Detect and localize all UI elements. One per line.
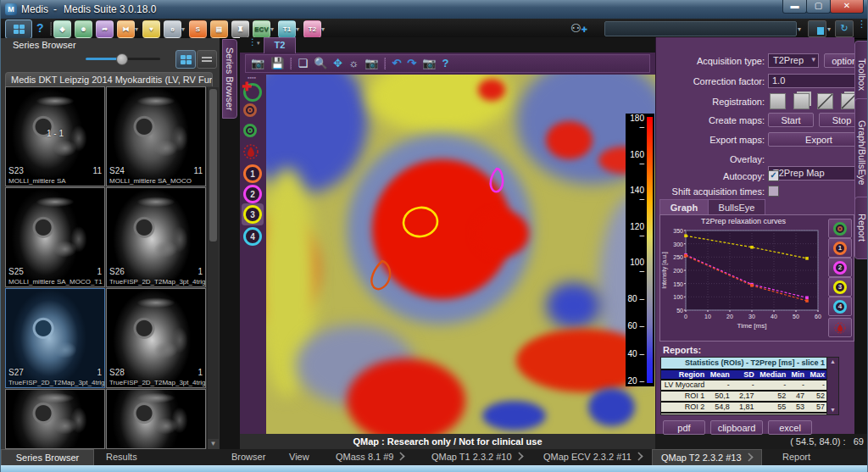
series-browser-bottom-tab[interactable]: Series Browser bbox=[1, 449, 94, 465]
scroll-up-icon[interactable]: ▲ bbox=[827, 358, 838, 366]
slider-thumb[interactable] bbox=[116, 53, 128, 65]
chart-blood-pool-button[interactable] bbox=[828, 318, 852, 337]
autocopy-checkbox[interactable]: ✓ bbox=[768, 170, 779, 181]
camera-icon[interactable]: 📷 bbox=[364, 56, 378, 71]
layout-toggle-button[interactable] bbox=[5, 19, 32, 39]
blood-pool-button[interactable] bbox=[243, 144, 259, 161]
layers-icon[interactable]: ❏ bbox=[298, 56, 308, 71]
session-dropdown-icon[interactable]: ▾ bbox=[798, 25, 801, 33]
roi-2-contour[interactable] bbox=[491, 169, 503, 192]
thumbnail-s27-selected[interactable]: S27 1 TrueFISP_2D_T2Map_3pt_4trig_pulse_… bbox=[5, 288, 105, 388]
snapshot-icon[interactable]: 📷 bbox=[422, 56, 436, 71]
app-launcher-qmap-t2-icon[interactable]: T2 bbox=[303, 20, 321, 38]
add-roi-button[interactable]: ✚ bbox=[243, 83, 262, 102]
detach-icon[interactable] bbox=[515, 452, 523, 460]
thumbnail-s28[interactable]: S28 1 TrueFISP_2D_T2Map_3pt_4trig_pulse_… bbox=[106, 288, 206, 388]
app-launcher-qstrain-icon[interactable]: S bbox=[189, 20, 207, 38]
graph-tab[interactable]: Graph bbox=[659, 199, 709, 215]
roi-2-button[interactable]: 2 bbox=[243, 185, 262, 203]
table-scrollbar[interactable]: ▲ ▼ bbox=[826, 357, 839, 415]
grid-view-button[interactable] bbox=[175, 50, 196, 69]
user-session-icon[interactable]: ⚇✚ bbox=[570, 21, 587, 35]
roi-1-button[interactable]: 1 bbox=[243, 164, 262, 183]
roi-3-contour[interactable] bbox=[402, 205, 439, 238]
stat-row[interactable]: ROI 150,12,17524752 bbox=[661, 391, 827, 402]
pdf-button[interactable]: pdf bbox=[663, 420, 705, 435]
report-tab[interactable]: Report bbox=[774, 449, 819, 465]
clipboard-button[interactable]: clipboard bbox=[710, 420, 763, 435]
t2-dropdown-icon[interactable]: ▾ bbox=[321, 25, 325, 33]
qmass-tab[interactable]: QMass 8.1 #9 bbox=[327, 449, 413, 465]
thumbnail-s26[interactable]: S26 1 TrueFISP_2D_T2Map_3pt_4trig_pulse bbox=[106, 187, 206, 287]
app-launcher-joystick-icon[interactable]: ♜ bbox=[231, 20, 249, 38]
layout-window-button[interactable] bbox=[808, 20, 826, 37]
pan-icon[interactable]: ✥ bbox=[333, 56, 342, 71]
list-view-button[interactable] bbox=[197, 50, 217, 69]
session-combobox[interactable] bbox=[604, 21, 797, 36]
thumbnail-partial-right[interactable] bbox=[106, 389, 206, 449]
redo-icon[interactable]: ↷ bbox=[407, 56, 416, 71]
app-launcher-medis-viewer-icon[interactable]: ◈ bbox=[53, 20, 71, 38]
registration-rigid-button[interactable] bbox=[817, 93, 833, 109]
graph-bullseye-vertical-tab[interactable]: Graph/BullsEye bbox=[854, 98, 868, 207]
app-launcher-export-icon[interactable]: ➦ bbox=[96, 20, 114, 38]
thumbnail-partial-left[interactable] bbox=[5, 389, 105, 449]
t2-map-image[interactable]: 180 –160 –140 –120 –100 –80 –60 –40 –20 … bbox=[266, 75, 655, 434]
correction-factor-input[interactable]: 1.0 bbox=[768, 74, 868, 88]
minimize-button[interactable]: ▬ bbox=[782, 0, 807, 14]
open-snapshot-icon[interactable]: 📷 bbox=[251, 56, 264, 71]
thumbnail-scrollbar[interactable]: ▼ bbox=[207, 87, 219, 449]
save-icon[interactable]: 💾 bbox=[270, 56, 284, 71]
qmap-ecv-tab[interactable]: QMap ECV 2.3.2 #11 bbox=[535, 449, 651, 465]
scroll-down-icon[interactable]: ▼ bbox=[827, 406, 838, 414]
maximize-button[interactable]: ▢ bbox=[806, 0, 831, 14]
stat-row[interactable]: ROI 254,81,81555357 bbox=[661, 402, 827, 413]
qmap-t1-tab[interactable]: QMap T1 2.3.2 #10 bbox=[423, 449, 531, 465]
view-tab[interactable]: View bbox=[281, 449, 318, 465]
scrollbar-thumb[interactable] bbox=[209, 89, 217, 242]
qmap-t2-tab-active[interactable]: QMap T2 2.3.2 #13 bbox=[652, 449, 762, 465]
app-launcher-brain-icon[interactable]: ʚ bbox=[164, 20, 181, 38]
app-launcher-qmap-t1-icon[interactable]: T1 bbox=[278, 20, 296, 38]
stat-row[interactable]: LV Myocard----- bbox=[661, 380, 827, 391]
capsule-dropdown-icon[interactable]: ▾ bbox=[135, 25, 138, 33]
viewer-tab-t2[interactable]: T2 bbox=[264, 37, 296, 53]
stat-row[interactable]: ROI 3194,912,20192171210 bbox=[661, 413, 827, 415]
browser-tab[interactable]: Browser bbox=[223, 449, 274, 465]
help-button[interactable]: ? bbox=[36, 21, 44, 35]
study-header[interactable]: Medis DKT Leipzig 2014 Myokarditis (LV, … bbox=[5, 72, 213, 86]
bullseye-tab[interactable]: BullsEye bbox=[708, 199, 765, 215]
roi-endo-button[interactable] bbox=[243, 103, 257, 117]
report-vertical-tab[interactable]: Report bbox=[854, 197, 868, 259]
series-browser-vertical-tab[interactable]: Series Browser bbox=[222, 39, 237, 119]
app-launcher-capsule-icon[interactable]: ⧓ bbox=[117, 20, 135, 38]
roi-4-button[interactable]: 4 bbox=[243, 227, 262, 246]
acquisition-type-dropdown[interactable]: T2Prep bbox=[768, 53, 819, 68]
close-button[interactable]: ✕ bbox=[830, 0, 864, 14]
start-button[interactable]: Start bbox=[768, 113, 814, 127]
results-bottom-tab[interactable]: Results bbox=[97, 449, 146, 465]
registration-stack-button[interactable] bbox=[793, 93, 810, 109]
viewer-menu-icon[interactable]: ⋮▾ bbox=[248, 40, 260, 45]
roi-1-contour[interactable] bbox=[371, 261, 390, 289]
detach-icon[interactable] bbox=[744, 453, 753, 461]
thumbnail-s24[interactable]: S24 11 MOLLI_mittlere SA_MOCO bbox=[106, 86, 206, 186]
excel-button[interactable]: excel bbox=[768, 420, 812, 435]
app-launcher-folder-icon[interactable]: ▤ bbox=[210, 20, 228, 38]
reset-layout-button[interactable]: ↻ bbox=[835, 20, 854, 37]
thumbnail-s25[interactable]: S25 1 MOLLI_mittlere SA_MOCO_T1 bbox=[5, 187, 105, 287]
registration-none-button[interactable] bbox=[770, 93, 786, 109]
roi-3-button-selected[interactable]: 3 bbox=[242, 203, 264, 225]
window-level-icon[interactable]: ☼ bbox=[348, 56, 359, 71]
t1-dropdown-icon[interactable]: ▾ bbox=[296, 25, 299, 33]
brain-dropdown-icon[interactable]: ▾ bbox=[181, 25, 185, 33]
detach-icon[interactable] bbox=[397, 452, 405, 460]
ecv-dropdown-icon[interactable]: ▾ bbox=[270, 25, 274, 33]
shift-acquisition-checkbox[interactable] bbox=[768, 186, 779, 197]
thumbnail-s23[interactable]: 1 - 1 S23 11 MOLLI_mittlere SA bbox=[5, 86, 105, 186]
chart-roi-4-button[interactable]: 4 bbox=[828, 297, 852, 316]
app-launcher-qmap-ecv-icon[interactable]: ECV bbox=[253, 20, 270, 38]
zoom-icon[interactable]: 🔍 bbox=[314, 56, 327, 71]
app-launcher-patients-icon[interactable]: ☻ bbox=[75, 20, 92, 38]
roi-epi-button[interactable] bbox=[243, 124, 257, 137]
